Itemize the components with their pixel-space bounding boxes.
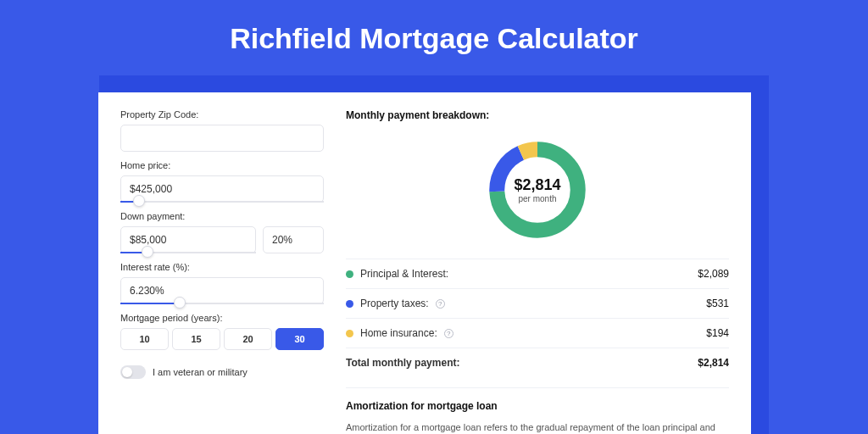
donut-wrap: $2,814 per month — [346, 130, 729, 259]
interest-label: Interest rate (%): — [120, 262, 324, 272]
amortization-text: Amortization for a mortgage loan refers … — [346, 420, 729, 434]
zip-input[interactable] — [120, 125, 324, 152]
total-label: Total monthly payment: — [346, 357, 459, 369]
amortization-section: Amortization for mortgage loan Amortizat… — [346, 387, 729, 434]
home-price-slider[interactable] — [120, 201, 324, 203]
line-taxes: Property taxes: ? $531 — [346, 288, 729, 318]
period-btn-30[interactable]: 30 — [275, 328, 324, 350]
page-title: Richfield Mortgage Calculator — [0, 0, 868, 75]
zip-label: Property Zip Code: — [120, 109, 324, 120]
donut-sub: per month — [518, 194, 556, 203]
line-value: $194 — [706, 327, 729, 339]
veteran-toggle[interactable] — [120, 365, 146, 379]
period-label: Mortgage period (years): — [120, 313, 324, 323]
payment-donut-chart: $2,814 per month — [484, 136, 591, 243]
breakdown-heading: Monthly payment breakdown: — [346, 109, 729, 121]
dot-icon — [346, 300, 353, 308]
content-band: Property Zip Code: Home price: Down paym… — [99, 75, 769, 434]
donut-amount: $2,814 — [514, 176, 560, 194]
dot-icon — [346, 270, 353, 278]
help-icon[interactable]: ? — [444, 329, 453, 338]
line-insurance: Home insurance: ? $194 — [346, 318, 729, 348]
down-payment-label: Down payment: — [120, 211, 324, 221]
home-price-input[interactable] — [120, 175, 324, 203]
interest-wrap — [120, 277, 324, 304]
down-payment-input[interactable] — [120, 226, 256, 253]
help-icon[interactable]: ? — [436, 299, 445, 309]
line-label: Home insurance: — [360, 327, 437, 339]
slider-thumb-icon[interactable] — [174, 297, 186, 309]
dot-icon — [346, 330, 353, 337]
line-value: $531 — [706, 298, 729, 309]
slider-thumb-icon[interactable] — [142, 246, 153, 258]
line-value: $2,089 — [698, 268, 729, 280]
veteran-row: I am veteran or military — [120, 365, 324, 379]
down-payment-pct-input[interactable] — [263, 226, 324, 253]
home-price-wrap — [120, 175, 324, 203]
slider-thumb-icon[interactable] — [133, 195, 145, 207]
form-column: Property Zip Code: Home price: Down paym… — [120, 109, 324, 434]
down-payment-wrap — [120, 226, 256, 253]
interest-input[interactable] — [120, 277, 324, 304]
donut-center: $2,814 per month — [484, 136, 591, 243]
period-btn-10[interactable]: 10 — [120, 328, 169, 350]
interest-slider[interactable] — [120, 303, 324, 304]
line-label: Principal & Interest: — [360, 268, 448, 280]
calculator-card: Property Zip Code: Home price: Down paym… — [98, 92, 751, 434]
breakdown-column: Monthly payment breakdown: $2,814 per mo… — [346, 109, 729, 434]
period-btn-15[interactable]: 15 — [172, 328, 220, 350]
line-total: Total monthly payment: $2,814 — [346, 348, 729, 377]
line-principal: Principal & Interest: $2,089 — [346, 259, 729, 288]
period-btn-20[interactable]: 20 — [224, 328, 272, 350]
line-label: Property taxes: — [360, 298, 429, 309]
down-payment-slider[interactable] — [120, 252, 256, 253]
amortization-title: Amortization for mortgage loan — [346, 400, 729, 412]
home-price-label: Home price: — [120, 160, 324, 170]
period-group: 10 15 20 30 — [120, 328, 324, 350]
veteran-label: I am veteran or military — [153, 367, 248, 377]
total-value: $2,814 — [698, 357, 729, 369]
